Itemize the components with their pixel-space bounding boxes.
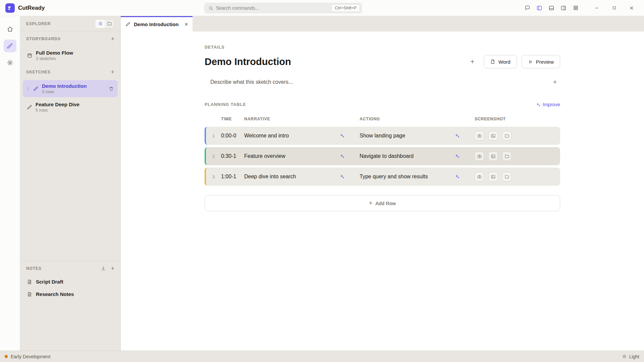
narrative-text: Deep dive into search (244, 174, 296, 180)
note-name: Script Draft (36, 279, 63, 285)
add-description-button[interactable]: + (553, 78, 557, 86)
time-cell[interactable]: 1:00-1 (221, 174, 244, 180)
note-file-icon (27, 292, 32, 297)
narrative-cell[interactable]: Feature overview (244, 153, 360, 159)
actions-text: Navigate to dashboard (360, 153, 414, 159)
table-row[interactable]: 3 1:00-1 Deep dive into search Type quer… (205, 168, 560, 186)
main-area: Demo Introduction × DETAILS Demo Introdu… (121, 16, 644, 351)
play-icon (528, 59, 533, 64)
toggle-right-panel-icon[interactable] (558, 3, 569, 13)
sketch-pencil-icon (33, 86, 39, 92)
delete-sketch-icon[interactable] (109, 86, 114, 91)
ai-sparkle-icon[interactable] (339, 154, 345, 159)
drag-handle-icon[interactable] (25, 86, 30, 91)
table-row[interactable]: 2 0:30-1 Feature overview Navigate to da… (205, 147, 560, 165)
improve-label: Improve (543, 102, 560, 107)
maximize-button[interactable] (607, 3, 621, 13)
add-row-label: Add Row (375, 200, 396, 206)
storyboard-item[interactable]: Full Demo Flow 2 sketches (23, 47, 118, 64)
table-header-row: TIME NARRATIVE ACTIONS SCREENSHOT (205, 117, 560, 121)
folder-icon[interactable] (502, 131, 512, 140)
folder-view-icon[interactable] (105, 19, 114, 28)
ai-sparkle-icon[interactable] (454, 174, 460, 179)
settings-gear-icon[interactable] (4, 56, 16, 69)
folder-icon[interactable] (502, 152, 512, 161)
screenshot-cell (475, 131, 560, 140)
description-placeholder: Describe what this sketch covers... (210, 79, 293, 85)
note-name: Research Notes (36, 291, 74, 297)
import-note-icon[interactable] (101, 266, 106, 271)
export-word-button[interactable]: Word (484, 55, 517, 68)
add-row-button[interactable]: + Add Row (205, 195, 560, 211)
narrative-text: Welcome and intro (244, 133, 289, 139)
tab-close-icon[interactable]: × (185, 22, 188, 27)
storyboard-name: Full Demo Flow (36, 50, 73, 56)
actions-cell[interactable]: Show landing page (360, 133, 475, 139)
sidebar: EXPLORER STORYBOARDS + (20, 16, 121, 351)
preview-button[interactable]: Preview (522, 55, 560, 68)
sketch-name: Demo Introduction (42, 83, 87, 89)
row-number: 3 (206, 174, 221, 179)
status-bar: Early Development Light (0, 351, 644, 362)
improve-button[interactable]: Improve (536, 102, 560, 107)
note-item[interactable]: Research Notes (20, 288, 120, 300)
camera-icon[interactable] (475, 172, 484, 181)
row-number: 2 (206, 154, 221, 159)
col-screenshot: SCREENSHOT (475, 117, 560, 121)
sketch-pencil-icon (27, 105, 32, 110)
folder-icon[interactable] (502, 172, 512, 181)
theme-toggle[interactable]: Light (622, 354, 639, 359)
storyboards-header: STORYBOARDS + (20, 32, 120, 46)
add-title-action-button[interactable]: + (470, 58, 474, 66)
narrative-cell[interactable]: Welcome and intro (244, 133, 360, 139)
description-field[interactable]: Describe what this sketch covers... + (205, 78, 560, 86)
titlebar: CutReady Ctrl+Shift+P (0, 0, 644, 16)
note-item[interactable]: Script Draft (20, 276, 120, 288)
feedback-icon[interactable] (522, 3, 533, 13)
narrative-cell[interactable]: Deep dive into search (244, 174, 360, 180)
sun-icon (622, 354, 627, 359)
image-icon[interactable] (488, 131, 498, 140)
minimize-button[interactable] (590, 3, 604, 13)
sketch-item[interactable]: Feature Deep Dive 5 rows (23, 99, 118, 116)
time-cell[interactable]: 0:30-1 (221, 153, 244, 159)
sketches-icon[interactable] (4, 40, 16, 52)
toggle-left-panel-icon[interactable] (534, 3, 545, 13)
sketch-item-selected[interactable]: Demo Introduction 3 rows (23, 80, 118, 97)
actions-cell[interactable]: Navigate to dashboard (360, 153, 475, 159)
screenshot-cell (475, 172, 560, 181)
search-input[interactable] (216, 5, 329, 11)
image-icon[interactable] (488, 172, 498, 181)
status-text: Early Development (11, 354, 50, 359)
actions-cell[interactable]: Type query and show results (360, 174, 475, 180)
add-sketch-button[interactable]: + (111, 69, 114, 75)
ai-sparkle-icon[interactable] (454, 154, 460, 159)
storyboards-label: STORYBOARDS (26, 37, 61, 41)
add-note-button[interactable]: + (111, 265, 114, 272)
editor-content: DETAILS Demo Introduction + Word (121, 32, 644, 351)
sketches-header: SKETCHES + (20, 65, 120, 79)
close-button[interactable] (625, 3, 639, 13)
narrative-text: Feature overview (244, 153, 285, 159)
ai-sparkle-icon[interactable] (339, 133, 345, 138)
ai-sparkle-icon[interactable] (454, 133, 460, 138)
preview-button-label: Preview (536, 59, 554, 65)
list-view-icon[interactable] (95, 19, 105, 28)
apps-grid-icon[interactable] (570, 3, 581, 13)
explorer-view-toggle (95, 19, 114, 28)
home-icon[interactable] (4, 23, 16, 36)
image-icon[interactable] (488, 152, 498, 161)
actions-text: Show landing page (360, 133, 405, 139)
word-button-label: Word (498, 59, 511, 65)
command-search[interactable]: Ctrl+Shift+P (204, 3, 362, 13)
add-storyboard-button[interactable]: + (111, 36, 114, 42)
table-row[interactable]: 1 0:00-0 Welcome and intro Show landing … (205, 127, 560, 145)
camera-icon[interactable] (475, 152, 484, 161)
ai-sparkle-icon[interactable] (339, 174, 345, 179)
toggle-bottom-panel-icon[interactable] (546, 3, 557, 13)
camera-icon[interactable] (475, 131, 484, 140)
details-section-label: DETAILS (205, 45, 560, 50)
time-cell[interactable]: 0:00-0 (221, 133, 244, 139)
tab-demo-introduction[interactable]: Demo Introduction × (121, 16, 193, 32)
storyboard-icon (27, 53, 33, 58)
